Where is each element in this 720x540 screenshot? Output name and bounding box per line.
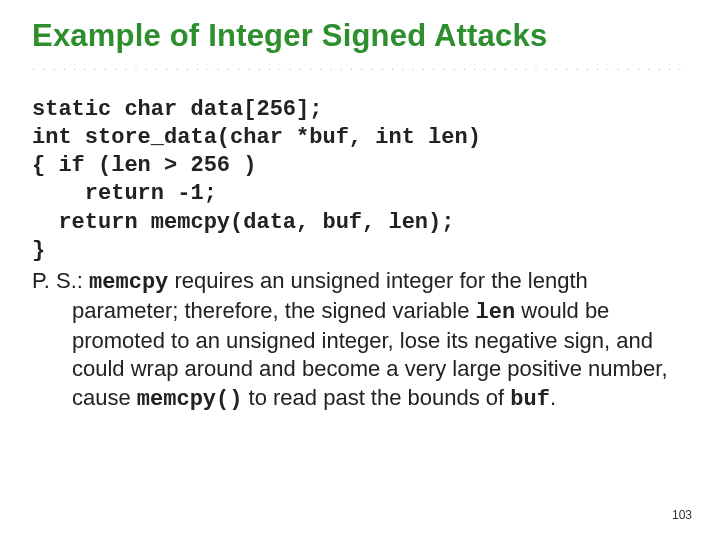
ps-code-memcpy: memcpy: [89, 270, 168, 295]
ps-text-3: to read past the bounds of: [242, 385, 510, 410]
code-line-4: return -1;: [32, 181, 217, 206]
slide: Example of Integer Signed Attacks ......…: [0, 0, 720, 540]
code-line-1: static char data[256];: [32, 97, 322, 122]
code-line-3: { if (len > 256 ): [32, 153, 256, 178]
slide-body: static char data[256]; int store_data(ch…: [32, 96, 672, 414]
code-block: static char data[256]; int store_data(ch…: [32, 96, 672, 265]
code-line-2: int store_data(char *buf, int len): [32, 125, 481, 150]
ps-label: P. S.:: [32, 268, 89, 293]
code-line-5: return memcpy(data, buf, len);: [32, 210, 454, 235]
ps-note: P. S.: memcpy requires an unsigned integ…: [32, 267, 672, 414]
page-number: 103: [672, 508, 692, 522]
ps-text-4: .: [550, 385, 556, 410]
slide-title: Example of Integer Signed Attacks: [32, 18, 688, 54]
dotted-divider: ........................................…: [32, 60, 688, 72]
ps-code-memcpy-call: memcpy(): [137, 387, 243, 412]
ps-code-buf: buf: [510, 387, 550, 412]
ps-code-len: len: [476, 300, 516, 325]
code-line-6: }: [32, 238, 45, 263]
